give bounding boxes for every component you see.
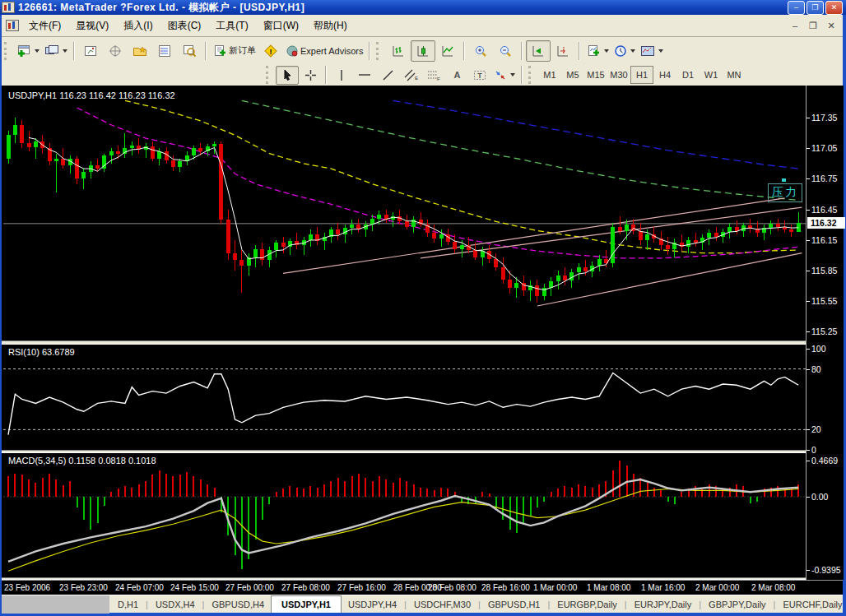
chart-tab-usdjpy-h1[interactable]: USDJPY,H1 <box>271 595 342 613</box>
close-button[interactable]: ✕ <box>825 1 843 15</box>
bar-chart-mode-button[interactable] <box>386 40 411 62</box>
chart-tab-usdx-h4[interactable]: USDX,H4 <box>149 597 202 612</box>
new-order-button[interactable]: 新订单 <box>210 40 258 62</box>
chart-tab-eurjpy-daily[interactable]: EURJPY,Daily <box>628 597 699 612</box>
chart-tab-gbpjpy-daily[interactable]: GBPJPY,Daily <box>702 597 773 612</box>
line-chart-mode-button[interactable] <box>435 40 460 62</box>
macd-label: MACD(5,34,5) 0.1158 0.0818 0.1018 <box>8 456 156 465</box>
axis-tick-label: 0 <box>811 445 816 455</box>
timeframe-m30-button[interactable]: M30 <box>607 66 630 84</box>
title-bar: 126661: MetaTrader ?Forex Ltd. - 模拟帐户 - … <box>0 0 846 15</box>
chart-tab-eurgbp-daily[interactable]: EURGBP,Daily <box>551 597 624 612</box>
axis-tick-mark <box>806 461 810 461</box>
chart-shift-button[interactable] <box>551 40 575 62</box>
time-axis-label: 1 Mar 16:00 <box>641 583 685 592</box>
menu-file[interactable]: 文件(F) <box>21 16 68 36</box>
market-watch-button[interactable] <box>78 40 103 62</box>
fibonacci-tool-button[interactable]: F <box>422 66 445 85</box>
text-label-tool-button[interactable]: T <box>468 66 491 85</box>
chart-tab-usdchf-m30[interactable]: USDCHF,M30 <box>407 597 477 612</box>
trendline-tool-button[interactable] <box>376 66 399 85</box>
rsi-indicator-chart[interactable] <box>3 345 806 450</box>
minimize-button[interactable]: – <box>788 1 805 15</box>
axis-tick-mark <box>806 240 810 241</box>
restore-button[interactable]: ❐ <box>806 1 824 15</box>
chart-tab-eurchf-daily[interactable]: EURCHF,Daily <box>776 597 846 612</box>
toolbar-separator <box>579 42 580 60</box>
new-chart-button[interactable] <box>14 40 42 62</box>
macd-indicator-chart[interactable] <box>3 453 806 577</box>
menu-insert[interactable]: 插入(I) <box>116 16 160 36</box>
timeframe-h1-button[interactable]: H1 <box>630 66 653 84</box>
chevron-down-icon <box>630 49 635 53</box>
arrows-tool-button[interactable] <box>491 66 518 85</box>
toolbar-separator <box>205 42 207 60</box>
alert-button[interactable]: ! <box>258 40 283 62</box>
chart-tab-d-h1[interactable]: D,H1 <box>111 597 145 612</box>
equidistant-channel-tool-button[interactable]: E <box>399 66 422 85</box>
timeframe-mn-button[interactable]: MN <box>723 66 746 84</box>
time-axis: 23 Feb 200623 Feb 23:0024 Feb 07:0024 Fe… <box>2 580 843 595</box>
menu-charts[interactable]: 图表(C) <box>160 16 209 36</box>
candlestick-mode-button[interactable] <box>411 40 435 62</box>
templates-button[interactable] <box>638 40 666 62</box>
menu-tools[interactable]: 工具(T) <box>208 16 255 36</box>
timeframe-m15-button[interactable]: M15 <box>584 66 607 84</box>
auto-scroll-button[interactable] <box>526 40 551 62</box>
time-axis-label: 28 Feb 16:00 <box>481 583 530 592</box>
child-minimize-button[interactable]: – <box>788 20 802 31</box>
chevron-down-icon <box>510 73 515 76</box>
child-restore-button[interactable]: ❐ <box>806 20 820 31</box>
standard-toolbar: 新订单 ! Expert Advisors <box>2 37 843 65</box>
indicators-button[interactable] <box>583 40 611 62</box>
crosshair-tool-button[interactable] <box>299 66 322 85</box>
timeframe-m1-button[interactable]: M1 <box>538 66 561 84</box>
annotation-handle[interactable] <box>782 178 786 182</box>
cursor-tool-button[interactable] <box>276 66 299 85</box>
favorites-button[interactable] <box>128 40 152 62</box>
periods-button[interactable] <box>611 40 638 62</box>
window-border-bottom <box>0 613 846 616</box>
zoom-out-button[interactable] <box>493 40 518 62</box>
chart-tab-usdjpy-h4[interactable]: USDJPY,H4 <box>342 597 403 612</box>
resistance-annotation[interactable]: 压力 <box>768 183 802 202</box>
data-window-button[interactable] <box>103 40 128 62</box>
svg-text:T: T <box>477 72 482 80</box>
menu-help[interactable]: 帮助(H) <box>306 16 355 36</box>
time-axis-label: 23 Feb 23:00 <box>59 583 108 592</box>
zoom-in-button[interactable] <box>468 40 493 62</box>
axis-tick-label: 115.25 <box>811 327 837 336</box>
svg-text:A: A <box>453 70 460 80</box>
menu-bar: 文件(F) 显视(V) 插入(I) 图表(C) 工具(T) 窗口(W) 帮助(H… <box>2 15 843 37</box>
main-price-chart[interactable] <box>3 86 806 340</box>
text-tool-button[interactable]: A <box>445 66 468 85</box>
chart-tab-gbpusd-h4[interactable]: GBPUSD,H4 <box>205 597 271 612</box>
gray-overlay-artifact <box>2 595 109 614</box>
timeframe-h4-button[interactable]: H4 <box>653 66 676 84</box>
toolbar-grip[interactable] <box>4 42 11 60</box>
vertical-line-tool-button[interactable] <box>330 66 353 85</box>
toolbar-grip[interactable] <box>266 66 272 84</box>
horizontal-line-tool-button[interactable] <box>353 66 376 85</box>
axis-tick-label: 0.00 <box>811 492 828 502</box>
axis-tick-mark <box>806 178 810 179</box>
rsi-label: RSI(10) 63.6789 <box>8 347 75 357</box>
timeframe-m5-button[interactable]: M5 <box>561 66 584 84</box>
menu-view[interactable]: 显视(V) <box>68 16 116 36</box>
chart-tab-gbpusd-h1[interactable]: GBPUSD,H1 <box>481 597 547 612</box>
toolbar-separator <box>369 42 370 60</box>
time-axis-label: 23 Feb 2006 <box>4 583 50 592</box>
symbols-button[interactable] <box>152 40 177 62</box>
menu-window[interactable]: 窗口(W) <box>256 16 306 36</box>
timeframe-w1-button[interactable]: W1 <box>700 66 723 84</box>
chevron-down-icon <box>35 49 40 53</box>
toolbar-grip[interactable] <box>376 42 383 60</box>
tab-separator: | <box>404 600 407 609</box>
expert-advisors-button[interactable]: Expert Advisors <box>283 40 365 62</box>
profiles-button[interactable] <box>42 40 70 62</box>
toolbar-grip[interactable] <box>528 66 535 84</box>
timeframe-d1-button[interactable]: D1 <box>676 66 700 84</box>
chart-window-icon[interactable] <box>3 17 21 34</box>
child-close-button[interactable]: ✕ <box>825 20 838 31</box>
tick-chart-button[interactable] <box>177 40 202 62</box>
